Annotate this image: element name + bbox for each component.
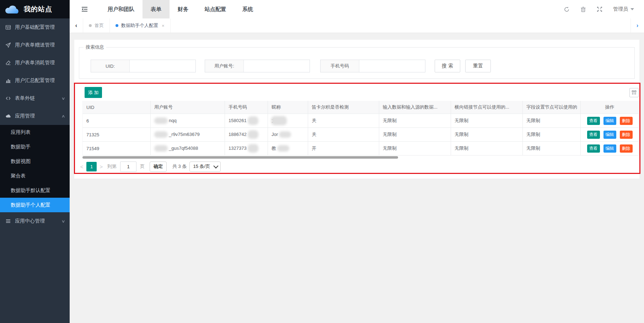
view-button[interactable]: 查看	[587, 144, 600, 153]
confirm-button[interactable]: 确定	[150, 162, 167, 172]
prev-page-icon[interactable]: <	[78, 164, 86, 170]
refresh-icon[interactable]	[564, 6, 570, 12]
column-header: 用户账号	[151, 101, 225, 114]
sidebar-subitem-data-helper[interactable]: 数据助手	[0, 139, 70, 154]
sidebar-subitem-app-list[interactable]: 应用列表	[0, 125, 70, 139]
edit-button[interactable]: 编辑	[603, 131, 616, 139]
column-header: 横向链接节点可以使用的...	[451, 101, 523, 114]
column-header: 输入数据和输入源的数据...	[379, 101, 451, 114]
nav-item-forms[interactable]: 表单	[143, 0, 170, 18]
table-cell: 71549	[83, 142, 151, 155]
user-name: 管理员	[613, 6, 628, 12]
edit-button[interactable]: 编辑	[603, 144, 616, 153]
redaction-blur	[248, 144, 258, 153]
phone-input[interactable]	[359, 60, 425, 72]
subitem-label: 聚合表	[11, 173, 26, 179]
table-panel-red-annotation: 添 加 UID用户账号手机号码昵称笛卡尔积是否检测输入数据和输入源的数据...横…	[74, 83, 640, 174]
page-size-select[interactable]: 15 条/页	[189, 162, 221, 172]
tabs-scroll-right-icon[interactable]: ›	[630, 18, 644, 33]
cloud-icon	[5, 113, 11, 119]
app-window: 我的站点 用户基础配置管理 用户表单赠送管理 用户表单消耗管理 用户汇总配置管理…	[0, 0, 644, 323]
sidebar-item-label: 用户基础配置管理	[15, 24, 65, 31]
table-cell: 无限制	[379, 142, 451, 155]
column-header: 笛卡尔积是否检测	[308, 101, 379, 114]
view-button[interactable]: 查看	[587, 117, 600, 125]
column-header: UID	[83, 101, 151, 114]
sidebar-item-label: 应用中心管理	[15, 218, 58, 224]
table-cell: 无限制	[379, 114, 451, 128]
total-count-label: 共 3 条	[172, 163, 187, 170]
sidebar-subitem-data-view[interactable]: 数据视图	[0, 154, 70, 169]
table-cell: 关	[308, 114, 379, 128]
add-button[interactable]: 添 加	[85, 87, 102, 98]
main-nav: 用户和团队 表单 财务 站点配置 系统	[100, 0, 261, 18]
sidebar-item-form-consume[interactable]: 用户表单消耗管理	[0, 54, 70, 72]
edit-button[interactable]: 编辑	[603, 117, 616, 125]
fullscreen-icon[interactable]	[597, 6, 602, 12]
account-input[interactable]	[244, 60, 310, 72]
page-1-button[interactable]: 1	[86, 162, 97, 171]
phone-field-label: 手机号码	[321, 60, 359, 72]
close-icon[interactable]: ×	[162, 23, 165, 28]
angle-brackets-icon	[5, 95, 11, 101]
column-header: 手机号码	[225, 101, 268, 114]
delete-button[interactable]: 删除	[620, 131, 633, 139]
sidebar-collapse-button[interactable]	[70, 0, 100, 18]
sidebar-item-label: 表单外链	[15, 95, 58, 102]
chevron-up-icon: ∧	[61, 114, 65, 119]
user-menu[interactable]: 管理员	[613, 6, 634, 12]
column-settings-button[interactable]	[629, 88, 639, 97]
reset-button[interactable]: 重置	[465, 60, 491, 72]
eraser-icon	[5, 60, 11, 66]
sidebar-item-label: 用户汇总配置管理	[15, 77, 65, 84]
sidebar-item-label: 应用管理	[15, 113, 58, 119]
nav-item-site-config[interactable]: 站点配置	[197, 0, 234, 18]
tab-dot-icon	[89, 24, 92, 27]
next-page-icon[interactable]: >	[97, 164, 105, 170]
nav-item-users-teams[interactable]: 用户和团队	[100, 0, 143, 18]
content-card: 搜索信息 UID: 用户账号: 手机号码 搜 索 重置 添 加	[74, 40, 639, 179]
tab-helper-personal-config[interactable]: 数据助手个人配置 ×	[110, 18, 171, 33]
nav-item-system[interactable]: 系统	[234, 0, 261, 18]
sidebar-item-form-gift[interactable]: 用户表单赠送管理	[0, 36, 70, 54]
bar-chart-icon	[5, 78, 11, 83]
tabs-scroll-left-icon[interactable]: ‹	[70, 18, 83, 33]
trash-icon[interactable]	[580, 6, 586, 12]
search-panel-title: 搜索信息	[84, 44, 106, 50]
horizontal-scrollbar-thumb[interactable]	[82, 156, 398, 159]
sidebar-item-summary-config[interactable]: 用户汇总配置管理	[0, 72, 70, 89]
table-cell: 开	[308, 142, 379, 155]
sidebar-item-app-manage[interactable]: 应用管理 ∧	[0, 107, 70, 125]
view-button[interactable]: 查看	[587, 131, 600, 139]
delete-button[interactable]: 删除	[620, 144, 633, 153]
sidebar-item-app-center-manage[interactable]: 应用中心管理 ∨	[0, 212, 70, 230]
table-cell: 教	[268, 142, 308, 155]
delete-button[interactable]: 删除	[620, 117, 633, 125]
top-navbar: 用户和团队 表单 财务 站点配置 系统 管理员	[70, 0, 644, 19]
table-cell: 文	[268, 114, 308, 128]
redaction-blur	[277, 145, 289, 152]
search-button[interactable]: 搜 索	[435, 60, 460, 72]
column-header: 操作	[581, 101, 639, 114]
subitem-label: 数据助手	[11, 144, 31, 150]
nav-item-finance[interactable]: 财务	[170, 0, 197, 18]
uid-input[interactable]	[130, 60, 195, 72]
sidebar-subitem-helper-personal-config[interactable]: 数据助手个人配置	[0, 198, 70, 212]
search-panel: 搜索信息 UID: 用户账号: 手机号码 搜 索 重置	[79, 44, 635, 79]
tab-home[interactable]: 首页	[83, 18, 110, 33]
goto-page-input[interactable]	[120, 162, 136, 172]
sidebar-subitem-aggregate-table[interactable]: 聚合表	[0, 169, 70, 183]
sidebar-item-user-base-config[interactable]: 用户基础配置管理	[0, 18, 70, 36]
sidebar-item-form-extlink[interactable]: 表单外链 ∨	[0, 89, 70, 107]
redaction-blur	[154, 145, 168, 152]
sidebar-subitem-helper-default-config[interactable]: 数据助手默认配置	[0, 183, 70, 198]
table-cell: 71325	[83, 128, 151, 142]
subitem-label: 数据视图	[11, 158, 31, 165]
table-cell: 无限制	[451, 128, 523, 142]
page-size-value: 15 条/页	[193, 163, 210, 170]
column-header: 昵称	[268, 101, 308, 114]
subitem-label: 数据助手个人配置	[11, 202, 50, 208]
table-cell: 无限制	[451, 114, 523, 128]
uid-field-label: UID:	[91, 60, 130, 72]
phone-field-group: 手机号码	[320, 60, 425, 72]
